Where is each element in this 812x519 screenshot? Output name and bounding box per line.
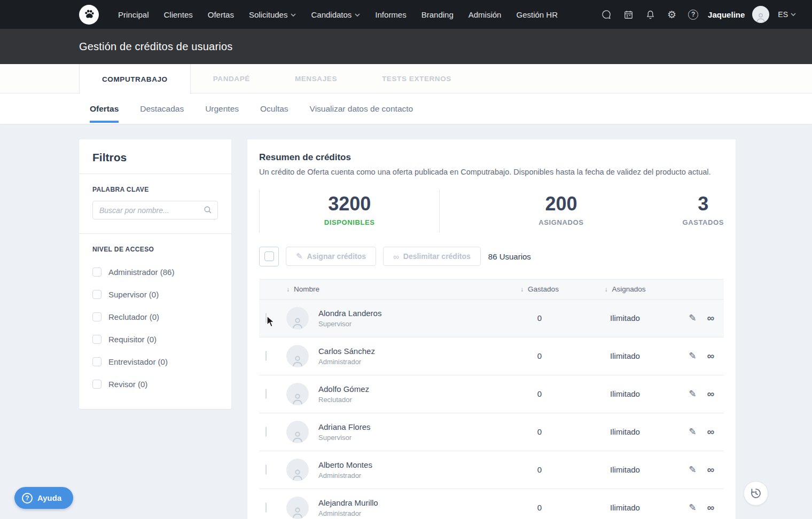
row-checkbox[interactable] [266, 313, 267, 323]
avatar [286, 497, 309, 519]
keyword-label: PALABRA CLAVE [92, 186, 218, 193]
nav-menu-item[interactable]: Admisión [461, 10, 509, 19]
chat-icon[interactable] [601, 9, 612, 20]
column-header-assigned[interactable]: ↓ Asignados [580, 285, 670, 293]
table-row[interactable]: Alejandra Murillo Administrador 0 Ilimit… [259, 489, 724, 519]
section-subtab[interactable]: Visualizar datos de contacto [310, 93, 413, 124]
app-logo[interactable] [79, 5, 99, 25]
assigned-value: Ilimitado [580, 465, 670, 474]
edit-icon[interactable]: ✎ [689, 427, 696, 436]
nav-menu-item[interactable]: Informes [368, 10, 413, 19]
access-level-option[interactable]: Reclutador (0) [92, 305, 218, 328]
checkbox[interactable] [92, 357, 102, 366]
table-body: Alondra Landeros Supervisor 0 Ilimitado … [259, 300, 724, 519]
row-checkbox[interactable] [266, 427, 267, 437]
user-avatar[interactable] [752, 6, 769, 23]
access-level-option[interactable]: Entrevistador (0) [92, 350, 218, 373]
nav-menu-item[interactable]: Principal [111, 10, 157, 19]
edit-icon[interactable]: ✎ [689, 313, 696, 323]
section-subtab[interactable]: Urgentes [205, 93, 239, 124]
avatar [286, 345, 309, 367]
row-checkbox[interactable] [266, 465, 267, 475]
product-tab[interactable]: TESTS EXTERNOS [360, 64, 474, 93]
table-row[interactable]: Alondra Landeros Supervisor 0 Ilimitado … [259, 300, 724, 337]
nav-menu-item[interactable]: Clientes [157, 10, 200, 19]
stat-value: 3 [682, 193, 724, 215]
access-level-option[interactable]: Requisitor (0) [92, 328, 218, 350]
checkbox[interactable] [92, 268, 102, 277]
chevron-down-icon [791, 13, 796, 16]
infinity-icon[interactable]: ∞ [707, 313, 714, 323]
infinity-icon[interactable]: ∞ [707, 389, 714, 399]
unlimit-credits-button[interactable]: ∞ Deslimitar créditos [383, 247, 481, 266]
calendar-icon[interactable] [623, 10, 634, 20]
product-tab[interactable]: MENSAJES [272, 64, 360, 93]
edit-icon[interactable]: ✎ [689, 465, 696, 474]
spent-value: 0 [499, 313, 580, 323]
section-subtab[interactable]: Ofertas [90, 93, 119, 124]
table-row[interactable]: Alberto Montes Administrador 0 Ilimitado… [259, 451, 724, 489]
select-all-checkbox[interactable] [259, 247, 279, 266]
checkbox[interactable] [92, 335, 102, 344]
checkbox[interactable] [92, 290, 102, 299]
user-role: Administrador [318, 509, 378, 517]
search-input[interactable] [92, 201, 218, 219]
user-name: Alejandra Murillo [318, 498, 378, 507]
checkbox[interactable] [92, 380, 102, 389]
user-name: Carlos Sánchez [318, 347, 375, 356]
avatar [286, 307, 309, 329]
nav-menu-item[interactable]: Solicitudes [241, 10, 304, 19]
infinity-icon[interactable]: ∞ [707, 465, 714, 475]
avatar-icon [291, 353, 304, 367]
user-name[interactable]: Jaqueline [708, 10, 745, 19]
product-tab[interactable]: COMPUTRABAJO [79, 64, 191, 94]
column-header-name[interactable]: ↓ Nombre [284, 285, 499, 293]
chevron-down-icon [291, 13, 296, 17]
filters-panel: Filtros PALABRA CLAVE NIVEL DE ACCESO Ad… [79, 139, 231, 409]
summary-description: Un crédito de Oferta cuenta como una ofe… [259, 168, 724, 176]
row-checkbox[interactable] [266, 389, 267, 399]
stat-value: 200 [440, 193, 682, 215]
assign-credits-button[interactable]: ✎ Asignar créditos [286, 247, 376, 266]
access-level-option[interactable]: Supervisor (0) [92, 283, 218, 305]
nav-menu-item[interactable]: Gestión HR [509, 10, 565, 19]
user-role: Administrador [318, 471, 372, 479]
nav-menu-item[interactable]: Candidatos [303, 10, 368, 19]
help-button[interactable]: ? Ayuda [14, 487, 73, 509]
section-subtab[interactable]: Destacadas [140, 93, 184, 124]
section-subtab[interactable]: Ocultas [260, 93, 288, 124]
stat-value: 3200 [260, 193, 439, 215]
infinity-icon[interactable]: ∞ [707, 427, 714, 437]
access-level-option[interactable]: Revisor (0) [92, 373, 218, 395]
infinity-icon[interactable]: ∞ [707, 502, 714, 513]
language-selector[interactable]: ES [778, 10, 796, 19]
avatar-icon [291, 429, 304, 443]
gear-icon[interactable]: ⚙ [667, 10, 676, 20]
history-button[interactable] [744, 481, 768, 506]
table-row[interactable]: Carlos Sánchez Administrador 0 Ilimitado… [259, 337, 724, 375]
edit-icon[interactable]: ✎ [689, 503, 696, 512]
row-checkbox[interactable] [266, 502, 267, 513]
help-icon[interactable]: ? [688, 10, 698, 20]
credit-stats: 3200 DISPONIBLES 200 ASIGNADOS 3 GASTADO… [259, 189, 724, 233]
assigned-value: Ilimitado [580, 427, 670, 436]
checkbox[interactable] [92, 312, 102, 321]
product-tab[interactable]: PANDAPÉ [191, 64, 272, 93]
bell-icon[interactable] [645, 10, 655, 20]
table-row[interactable]: Adriana Flores Supervisor 0 Ilimitado ✎ … [259, 413, 724, 451]
user-name: Alondra Landeros [318, 309, 381, 318]
stat-label: GASTADOS [682, 218, 724, 226]
row-checkbox[interactable] [266, 351, 267, 361]
user-role: Reclutador [318, 396, 369, 404]
infinity-icon[interactable]: ∞ [707, 351, 714, 361]
user-role: Supervisor [318, 320, 381, 328]
edit-icon[interactable]: ✎ [689, 351, 696, 360]
nav-menu-item[interactable]: Ofertas [200, 10, 241, 19]
access-level-option[interactable]: Administrador (86) [92, 261, 218, 283]
stat-item: 200 ASIGNADOS [440, 189, 682, 233]
edit-icon[interactable]: ✎ [689, 389, 696, 398]
avatar-icon [291, 316, 304, 329]
table-row[interactable]: Adolfo Gómez Reclutador 0 Ilimitado ✎ ∞ [259, 375, 724, 413]
column-header-spent[interactable]: ↓ Gastados [499, 285, 580, 293]
nav-menu-item[interactable]: Branding [414, 10, 461, 19]
